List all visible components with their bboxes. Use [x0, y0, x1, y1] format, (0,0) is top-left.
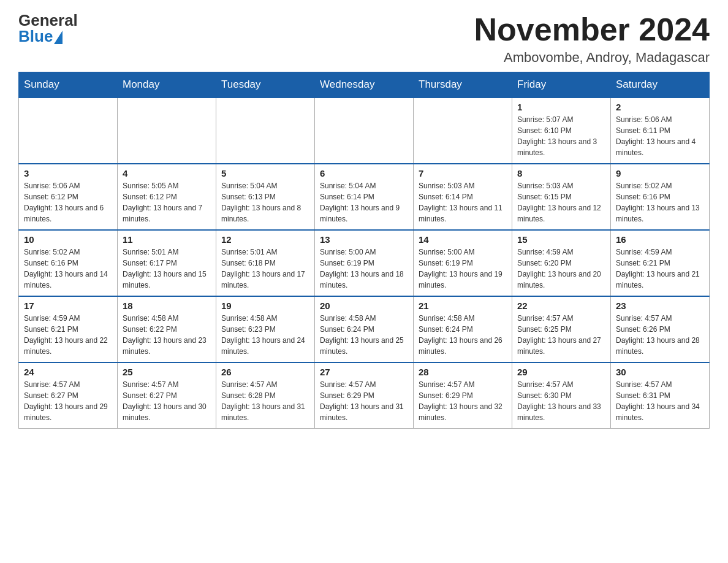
day-info: Sunrise: 4:57 AM Sunset: 6:29 PM Dayligh… — [320, 379, 408, 423]
calendar-cell: 25Sunrise: 4:57 AM Sunset: 6:27 PM Dayli… — [118, 362, 216, 429]
location-title: Ambovombe, Androy, Madagascar — [474, 50, 710, 66]
calendar-week-1: 1Sunrise: 5:07 AM Sunset: 6:10 PM Daylig… — [19, 98, 710, 164]
day-info: Sunrise: 5:03 AM Sunset: 6:14 PM Dayligh… — [419, 180, 507, 224]
day-info: Sunrise: 5:07 AM Sunset: 6:10 PM Dayligh… — [517, 114, 605, 158]
calendar-cell: 19Sunrise: 4:58 AM Sunset: 6:23 PM Dayli… — [216, 296, 315, 362]
title-area: November 2024 Ambovombe, Androy, Madagas… — [474, 12, 710, 66]
day-number: 18 — [123, 301, 211, 311]
day-number: 26 — [221, 367, 309, 377]
col-saturday: Saturday — [611, 72, 710, 98]
calendar-week-4: 17Sunrise: 4:59 AM Sunset: 6:21 PM Dayli… — [19, 296, 710, 362]
day-info: Sunrise: 4:57 AM Sunset: 6:29 PM Dayligh… — [419, 379, 507, 423]
day-info: Sunrise: 5:05 AM Sunset: 6:12 PM Dayligh… — [123, 180, 211, 224]
day-number: 4 — [123, 168, 211, 178]
calendar-cell: 1Sunrise: 5:07 AM Sunset: 6:10 PM Daylig… — [512, 98, 611, 164]
day-number: 17 — [24, 301, 112, 311]
calendar-cell: 12Sunrise: 5:01 AM Sunset: 6:18 PM Dayli… — [216, 230, 315, 296]
col-tuesday: Tuesday — [216, 72, 315, 98]
calendar-table: Sunday Monday Tuesday Wednesday Thursday… — [18, 72, 710, 429]
day-info: Sunrise: 4:57 AM Sunset: 6:27 PM Dayligh… — [24, 379, 112, 423]
day-info: Sunrise: 4:58 AM Sunset: 6:23 PM Dayligh… — [221, 313, 309, 357]
day-info: Sunrise: 4:57 AM Sunset: 6:27 PM Dayligh… — [123, 379, 211, 423]
calendar-cell: 24Sunrise: 4:57 AM Sunset: 6:27 PM Dayli… — [19, 362, 118, 429]
calendar-week-3: 10Sunrise: 5:02 AM Sunset: 6:16 PM Dayli… — [19, 230, 710, 296]
day-info: Sunrise: 4:57 AM Sunset: 6:25 PM Dayligh… — [517, 313, 605, 357]
calendar-cell: 16Sunrise: 4:59 AM Sunset: 6:21 PM Dayli… — [611, 230, 710, 296]
calendar-cell: 14Sunrise: 5:00 AM Sunset: 6:19 PM Dayli… — [414, 230, 512, 296]
day-info: Sunrise: 4:59 AM Sunset: 6:21 PM Dayligh… — [24, 313, 112, 357]
calendar-cell — [19, 98, 118, 164]
day-number: 27 — [320, 367, 408, 377]
day-number: 13 — [320, 234, 408, 245]
day-info: Sunrise: 4:58 AM Sunset: 6:24 PM Dayligh… — [419, 313, 507, 357]
logo: General Blue — [18, 12, 78, 44]
col-wednesday: Wednesday — [315, 72, 414, 98]
calendar-cell: 4Sunrise: 5:05 AM Sunset: 6:12 PM Daylig… — [118, 164, 216, 230]
day-info: Sunrise: 5:03 AM Sunset: 6:15 PM Dayligh… — [517, 180, 605, 224]
calendar-cell: 23Sunrise: 4:57 AM Sunset: 6:26 PM Dayli… — [611, 296, 710, 362]
calendar-cell: 10Sunrise: 5:02 AM Sunset: 6:16 PM Dayli… — [19, 230, 118, 296]
calendar-cell: 28Sunrise: 4:57 AM Sunset: 6:29 PM Dayli… — [414, 362, 512, 429]
calendar-cell: 8Sunrise: 5:03 AM Sunset: 6:15 PM Daylig… — [512, 164, 611, 230]
day-number: 5 — [221, 168, 309, 178]
calendar-cell — [315, 98, 414, 164]
day-number: 23 — [616, 301, 704, 311]
logo-triangle-icon — [54, 31, 63, 44]
calendar-cell: 3Sunrise: 5:06 AM Sunset: 6:12 PM Daylig… — [19, 164, 118, 230]
day-number: 24 — [24, 367, 112, 377]
day-number: 22 — [517, 301, 605, 311]
calendar-cell: 17Sunrise: 4:59 AM Sunset: 6:21 PM Dayli… — [19, 296, 118, 362]
page-header: General Blue November 2024 Ambovombe, An… — [18, 12, 710, 66]
day-number: 3 — [24, 168, 112, 178]
day-info: Sunrise: 5:01 AM Sunset: 6:18 PM Dayligh… — [221, 247, 309, 291]
day-info: Sunrise: 4:58 AM Sunset: 6:22 PM Dayligh… — [123, 313, 211, 357]
calendar-cell: 22Sunrise: 4:57 AM Sunset: 6:25 PM Dayli… — [512, 296, 611, 362]
calendar-cell: 9Sunrise: 5:02 AM Sunset: 6:16 PM Daylig… — [611, 164, 710, 230]
calendar-cell: 30Sunrise: 4:57 AM Sunset: 6:31 PM Dayli… — [611, 362, 710, 429]
day-number: 30 — [616, 367, 704, 377]
day-number: 16 — [616, 234, 704, 245]
logo-general-text: General — [18, 12, 78, 28]
month-title: November 2024 — [474, 12, 710, 47]
day-number: 29 — [517, 367, 605, 377]
calendar-cell — [118, 98, 216, 164]
calendar-cell: 21Sunrise: 4:58 AM Sunset: 6:24 PM Dayli… — [414, 296, 512, 362]
day-info: Sunrise: 4:58 AM Sunset: 6:24 PM Dayligh… — [320, 313, 408, 357]
col-monday: Monday — [118, 72, 216, 98]
day-number: 15 — [517, 234, 605, 245]
day-number: 8 — [517, 168, 605, 178]
day-number: 19 — [221, 301, 309, 311]
calendar-cell: 11Sunrise: 5:01 AM Sunset: 6:17 PM Dayli… — [118, 230, 216, 296]
day-number: 21 — [419, 301, 507, 311]
day-info: Sunrise: 5:00 AM Sunset: 6:19 PM Dayligh… — [320, 247, 408, 291]
calendar-cell: 15Sunrise: 4:59 AM Sunset: 6:20 PM Dayli… — [512, 230, 611, 296]
day-info: Sunrise: 4:59 AM Sunset: 6:20 PM Dayligh… — [517, 247, 605, 291]
day-info: Sunrise: 5:02 AM Sunset: 6:16 PM Dayligh… — [616, 180, 704, 224]
col-friday: Friday — [512, 72, 611, 98]
day-number: 28 — [419, 367, 507, 377]
calendar-cell: 20Sunrise: 4:58 AM Sunset: 6:24 PM Dayli… — [315, 296, 414, 362]
logo-blue-text: Blue — [18, 28, 63, 44]
calendar-cell: 29Sunrise: 4:57 AM Sunset: 6:30 PM Dayli… — [512, 362, 611, 429]
calendar-week-2: 3Sunrise: 5:06 AM Sunset: 6:12 PM Daylig… — [19, 164, 710, 230]
day-number: 14 — [419, 234, 507, 245]
day-info: Sunrise: 5:06 AM Sunset: 6:12 PM Dayligh… — [24, 180, 112, 224]
calendar-cell — [414, 98, 512, 164]
day-info: Sunrise: 4:57 AM Sunset: 6:26 PM Dayligh… — [616, 313, 704, 357]
day-info: Sunrise: 5:06 AM Sunset: 6:11 PM Dayligh… — [616, 114, 704, 158]
calendar-cell: 13Sunrise: 5:00 AM Sunset: 6:19 PM Dayli… — [315, 230, 414, 296]
day-number: 10 — [24, 234, 112, 245]
calendar-cell: 18Sunrise: 4:58 AM Sunset: 6:22 PM Dayli… — [118, 296, 216, 362]
day-info: Sunrise: 5:01 AM Sunset: 6:17 PM Dayligh… — [123, 247, 211, 291]
day-number: 6 — [320, 168, 408, 178]
day-number: 7 — [419, 168, 507, 178]
day-number: 1 — [517, 102, 605, 112]
calendar-header-row: Sunday Monday Tuesday Wednesday Thursday… — [19, 72, 710, 98]
day-number: 9 — [616, 168, 704, 178]
col-thursday: Thursday — [414, 72, 512, 98]
day-number: 2 — [616, 102, 704, 112]
day-number: 11 — [123, 234, 211, 245]
day-number: 25 — [123, 367, 211, 377]
calendar-cell: 5Sunrise: 5:04 AM Sunset: 6:13 PM Daylig… — [216, 164, 315, 230]
calendar-cell: 2Sunrise: 5:06 AM Sunset: 6:11 PM Daylig… — [611, 98, 710, 164]
